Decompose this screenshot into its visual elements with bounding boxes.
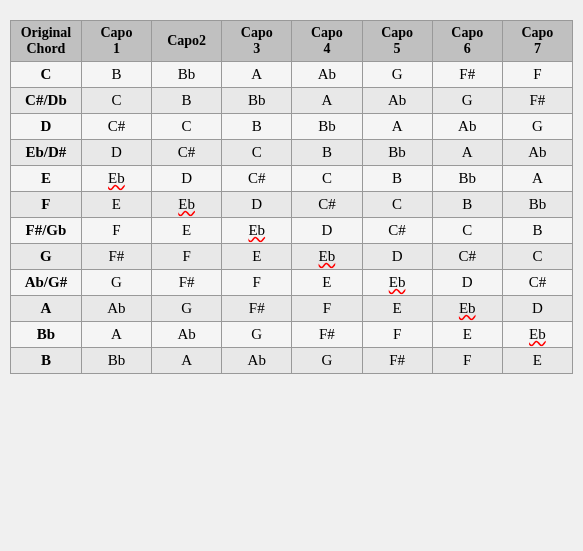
capo7-cell: A — [502, 166, 572, 192]
capo7-cell: F# — [502, 88, 572, 114]
capo4-cell: Ab — [292, 62, 362, 88]
capo7-cell: Bb — [502, 192, 572, 218]
capo7-cell: C# — [502, 270, 572, 296]
capo4-cell: Bb — [292, 114, 362, 140]
table-row: F#/GbFEEbDC#CB — [11, 218, 573, 244]
capo6-cell: C — [432, 218, 502, 244]
capo6-cell: Ab — [432, 114, 502, 140]
column-header-7: Capo7 — [502, 21, 572, 62]
capo5-cell: Ab — [362, 88, 432, 114]
original-chord-cell: F — [11, 192, 82, 218]
column-header-6: Capo6 — [432, 21, 502, 62]
capo6-cell: F — [432, 348, 502, 374]
capo4-cell: D — [292, 218, 362, 244]
table-row: FEEbDC#CBBb — [11, 192, 573, 218]
capo1-cell: D — [81, 140, 151, 166]
capo3-cell: D — [222, 192, 292, 218]
original-chord-cell: C — [11, 62, 82, 88]
capo5-cell: Eb — [362, 270, 432, 296]
table-row: BbAAbGF#FEEb — [11, 322, 573, 348]
original-chord-cell: Eb/D# — [11, 140, 82, 166]
capo5-cell: A — [362, 114, 432, 140]
capo5-cell: G — [362, 62, 432, 88]
capo3-cell: G — [222, 322, 292, 348]
capo7-cell: B — [502, 218, 572, 244]
capo1-cell: E — [81, 192, 151, 218]
capo3-cell: A — [222, 62, 292, 88]
original-chord-cell: A — [11, 296, 82, 322]
capo4-cell: E — [292, 270, 362, 296]
capo2-cell: G — [152, 296, 222, 322]
capo3-cell: F# — [222, 296, 292, 322]
capo5-cell: C — [362, 192, 432, 218]
capo2-cell: Ab — [152, 322, 222, 348]
original-chord-cell: E — [11, 166, 82, 192]
original-chord-cell: D — [11, 114, 82, 140]
table-row: DC#CBBbAAbG — [11, 114, 573, 140]
capo7-cell: Ab — [502, 140, 572, 166]
capo2-cell: E — [152, 218, 222, 244]
capo1-cell: B — [81, 62, 151, 88]
capo6-cell: F# — [432, 62, 502, 88]
capo6-cell: C# — [432, 244, 502, 270]
capo2-cell: C# — [152, 140, 222, 166]
column-header-2: Capo2 — [152, 21, 222, 62]
table-row: Ab/G#GF#FEEbDC# — [11, 270, 573, 296]
capo4-cell: F# — [292, 322, 362, 348]
capo3-cell: C# — [222, 166, 292, 192]
capo1-cell: F# — [81, 244, 151, 270]
original-chord-cell: Bb — [11, 322, 82, 348]
capo1-cell: A — [81, 322, 151, 348]
capo6-cell: Eb — [432, 296, 502, 322]
capo1-cell: Bb — [81, 348, 151, 374]
capo7-cell: Eb — [502, 322, 572, 348]
original-chord-cell: B — [11, 348, 82, 374]
capo5-cell: B — [362, 166, 432, 192]
capo3-cell: Ab — [222, 348, 292, 374]
capo7-cell: C — [502, 244, 572, 270]
capo5-cell: Bb — [362, 140, 432, 166]
capo1-cell: C# — [81, 114, 151, 140]
column-header-1: Capo1 — [81, 21, 151, 62]
column-header-5: Capo5 — [362, 21, 432, 62]
original-chord-cell: C#/Db — [11, 88, 82, 114]
capo2-cell: F — [152, 244, 222, 270]
capo4-cell: B — [292, 140, 362, 166]
original-chord-cell: F#/Gb — [11, 218, 82, 244]
capo7-cell: E — [502, 348, 572, 374]
capo6-cell: Bb — [432, 166, 502, 192]
capo6-cell: B — [432, 192, 502, 218]
capo3-cell: B — [222, 114, 292, 140]
capo1-cell: Eb — [81, 166, 151, 192]
capo5-cell: F# — [362, 348, 432, 374]
capo5-cell: D — [362, 244, 432, 270]
column-header-3: Capo3 — [222, 21, 292, 62]
capo6-cell: E — [432, 322, 502, 348]
column-header-4: Capo4 — [292, 21, 362, 62]
capo2-cell: Eb — [152, 192, 222, 218]
capo2-cell: Bb — [152, 62, 222, 88]
capo4-cell: C — [292, 166, 362, 192]
table-row: Eb/D#DC#CBBbAAb — [11, 140, 573, 166]
underlined-value: Eb — [248, 222, 265, 238]
original-chord-cell: G — [11, 244, 82, 270]
capo3-cell: C — [222, 140, 292, 166]
underlined-value: Eb — [178, 196, 195, 212]
original-chord-cell: Ab/G# — [11, 270, 82, 296]
capo5-cell: F — [362, 322, 432, 348]
capo4-cell: Eb — [292, 244, 362, 270]
capo3-cell: F — [222, 270, 292, 296]
capo7-cell: D — [502, 296, 572, 322]
capo5-cell: C# — [362, 218, 432, 244]
capo1-cell: Ab — [81, 296, 151, 322]
capo4-cell: C# — [292, 192, 362, 218]
capo6-cell: A — [432, 140, 502, 166]
capo4-cell: F — [292, 296, 362, 322]
capo2-cell: D — [152, 166, 222, 192]
table-row: CBBbAAbGF#F — [11, 62, 573, 88]
capo1-cell: C — [81, 88, 151, 114]
capo1-cell: F — [81, 218, 151, 244]
capo4-cell: A — [292, 88, 362, 114]
capo3-cell: Bb — [222, 88, 292, 114]
capo2-cell: F# — [152, 270, 222, 296]
